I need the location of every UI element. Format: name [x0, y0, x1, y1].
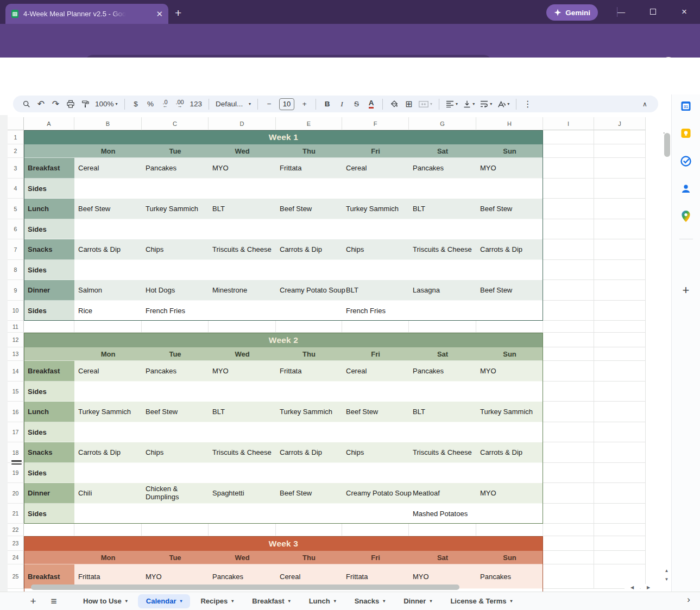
- close-button[interactable]: ×: [669, 7, 700, 17]
- spreadsheet-grid[interactable]: ABCDEFGHIJ1Week 12MonTueWedThuFriSatSun3…: [8, 117, 664, 592]
- cell[interactable]: [24, 524, 74, 536]
- add-sheet-button[interactable]: +: [23, 595, 43, 607]
- redo-button[interactable]: ↷: [49, 97, 62, 111]
- day-header-thu[interactable]: Thu: [276, 144, 342, 157]
- cell[interactable]: [594, 333, 646, 347]
- cell[interactable]: Triscuits & Cheese: [409, 442, 476, 462]
- google-calendar-icon[interactable]: 31: [681, 101, 691, 111]
- row-header-23[interactable]: 23: [8, 536, 24, 551]
- day-header-sun[interactable]: Sun: [476, 347, 543, 360]
- day-header-fri[interactable]: Fri: [342, 551, 409, 564]
- cell[interactable]: [543, 130, 594, 144]
- row-header-19[interactable]: 19: [8, 463, 24, 483]
- cell[interactable]: [543, 483, 594, 504]
- font-size-increase-button[interactable]: +: [298, 97, 311, 111]
- merge-cells-button[interactable]: ▾: [417, 97, 434, 111]
- cell[interactable]: BLT: [409, 199, 476, 219]
- day-header-wed[interactable]: Wed: [209, 347, 276, 360]
- decrease-decimal-button[interactable]: .0←: [159, 97, 172, 111]
- cell[interactable]: Spaghtetti: [209, 483, 276, 503]
- tab-scroll-right-icon[interactable]: ›: [687, 594, 690, 605]
- cell[interactable]: [342, 179, 409, 198]
- column-header-C[interactable]: C: [142, 117, 209, 130]
- cell[interactable]: French Fries: [342, 301, 409, 320]
- cell[interactable]: Mashed Potatoes: [409, 504, 476, 523]
- cell[interactable]: [142, 260, 209, 279]
- row-header-11[interactable]: 11: [8, 321, 24, 333]
- cell[interactable]: [409, 463, 476, 482]
- cell[interactable]: [74, 524, 142, 536]
- row-label-sides[interactable]: Sides: [24, 422, 74, 442]
- cell[interactable]: [276, 382, 342, 401]
- cell[interactable]: Beef Stew: [342, 402, 409, 422]
- cell[interactable]: Triscuits & Cheese: [209, 239, 276, 259]
- cell[interactable]: [74, 179, 142, 198]
- cell[interactable]: [476, 504, 543, 523]
- cell[interactable]: BLT: [209, 199, 276, 219]
- cell[interactable]: Chips: [342, 442, 409, 462]
- cell[interactable]: [543, 382, 594, 402]
- cell[interactable]: Beef Stew: [476, 280, 543, 300]
- cell[interactable]: [276, 463, 342, 482]
- week-title[interactable]: Week 1: [24, 130, 543, 144]
- cell[interactable]: [209, 504, 276, 523]
- tab-close-icon[interactable]: ✕: [156, 9, 163, 19]
- cell[interactable]: [209, 260, 276, 279]
- vertical-scrollbar[interactable]: [664, 133, 670, 157]
- cell[interactable]: Pancakes: [476, 564, 543, 588]
- google-contacts-icon[interactable]: [681, 183, 691, 194]
- cell[interactable]: [594, 463, 646, 483]
- cell[interactable]: [209, 301, 276, 320]
- minimize-button[interactable]: —: [606, 8, 637, 16]
- cell[interactable]: [594, 551, 646, 564]
- cell[interactable]: [543, 402, 594, 422]
- cell[interactable]: Chicken & Dumplings: [142, 483, 209, 503]
- day-header-mon[interactable]: Mon: [74, 551, 142, 564]
- cell[interactable]: [543, 199, 594, 219]
- cell[interactable]: [142, 524, 209, 536]
- cell[interactable]: [594, 361, 646, 382]
- cell[interactable]: Carrots & Dip: [276, 239, 342, 259]
- cell[interactable]: [74, 382, 142, 401]
- cell[interactable]: [594, 179, 646, 199]
- maximize-button[interactable]: [637, 8, 669, 16]
- strikethrough-button[interactable]: S: [350, 97, 363, 111]
- cell[interactable]: [142, 463, 209, 482]
- row-header-12[interactable]: 12: [8, 333, 24, 347]
- cell[interactable]: Carrots & Dip: [476, 442, 543, 462]
- cell[interactable]: Pancakes: [409, 158, 476, 178]
- cell[interactable]: [276, 219, 342, 239]
- cell[interactable]: BLT: [342, 280, 409, 300]
- cell[interactable]: French Fries: [142, 301, 209, 320]
- cell[interactable]: [409, 321, 476, 333]
- cell[interactable]: [409, 219, 476, 239]
- cell[interactable]: [594, 382, 646, 402]
- cell[interactable]: [594, 536, 646, 551]
- row-label-breakfast[interactable]: Breakfast: [24, 158, 74, 179]
- row-header-24[interactable]: 24: [8, 551, 24, 564]
- column-header-H[interactable]: H: [476, 117, 543, 130]
- cell[interactable]: [476, 179, 543, 198]
- row-label-sides[interactable]: Sides: [24, 301, 74, 321]
- cell[interactable]: Turkey Sammich: [74, 402, 142, 422]
- cell[interactable]: [74, 321, 142, 333]
- sheet-tab-menu-icon[interactable]: ▾: [430, 599, 432, 603]
- font-size-decrease-button[interactable]: −: [262, 97, 276, 111]
- cell[interactable]: Turkey Sammich: [276, 402, 342, 422]
- google-keep-icon[interactable]: [681, 128, 691, 138]
- italic-button[interactable]: I: [335, 97, 349, 111]
- row-header-25[interactable]: 25: [8, 564, 24, 589]
- cell[interactable]: Beef Stew: [276, 199, 342, 219]
- cell[interactable]: [594, 158, 646, 179]
- scroll-left-button[interactable]: ◀: [625, 584, 640, 591]
- day-header-thu[interactable]: Thu: [276, 551, 342, 564]
- cell[interactable]: [594, 483, 646, 504]
- cell[interactable]: [209, 422, 276, 442]
- row-header-1[interactable]: 1: [8, 130, 24, 144]
- cell[interactable]: Triscuits & Cheese: [409, 239, 476, 259]
- cell[interactable]: [543, 463, 594, 483]
- cell[interactable]: [276, 179, 342, 198]
- cell[interactable]: [476, 422, 543, 442]
- cell[interactable]: [594, 219, 646, 239]
- cell[interactable]: Chips: [142, 442, 209, 462]
